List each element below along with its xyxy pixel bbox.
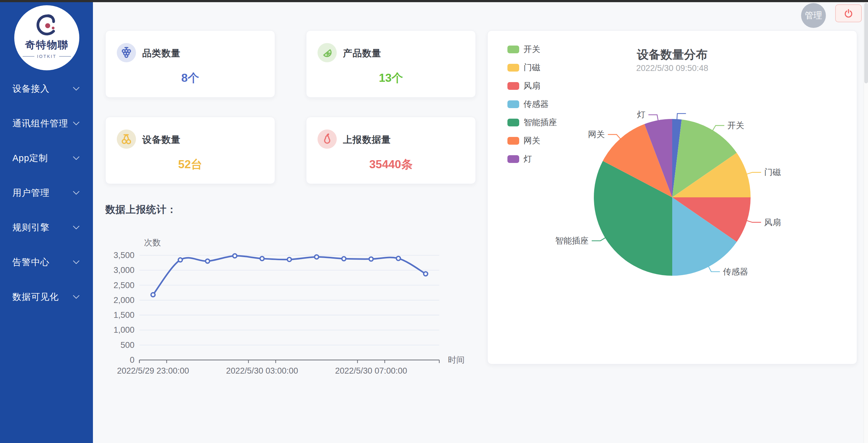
svg-text:灯: 灯	[637, 110, 645, 119]
sidebar-item-3[interactable]: 用户管理	[0, 176, 93, 210]
svg-text:时间: 时间	[448, 355, 465, 365]
sidebar-item-4[interactable]: 规则引擎	[0, 210, 93, 245]
chevron-down-icon	[72, 295, 80, 299]
sidebar-item-1[interactable]: 通讯组件管理	[0, 106, 93, 141]
stat-card-label: 设备数量	[142, 133, 181, 146]
user-avatar[interactable]: 管理	[801, 3, 826, 28]
legend-swatch	[507, 82, 519, 90]
pear-icon	[317, 129, 337, 149]
svg-text:智能插座: 智能插座	[555, 236, 589, 245]
legend-swatch	[507, 137, 519, 145]
legend-item-风扇[interactable]: 风扇	[507, 80, 557, 91]
legend-label: 门磁	[524, 62, 540, 73]
legend-swatch	[507, 119, 519, 126]
sidebar-menu: 设备接入 通讯组件管理 App定制 用户管理 规则引擎 告警中心	[0, 71, 93, 314]
chevron-down-icon	[72, 191, 80, 195]
stat-card-label: 品类数量	[142, 47, 181, 60]
sidebar-item-label: 通讯组件管理	[12, 118, 72, 130]
svg-text:0: 0	[130, 355, 134, 365]
stat-card-label: 产品数量	[343, 47, 381, 60]
power-icon	[843, 8, 854, 19]
legend-label: 传感器	[524, 98, 549, 110]
stat-card-value: 52台	[105, 157, 275, 172]
sidebar-item-6[interactable]: 数据可见化	[0, 280, 93, 314]
svg-text:3,500: 3,500	[113, 251, 134, 260]
sidebar-item-2[interactable]: App定制	[0, 141, 93, 176]
svg-text:门磁: 门磁	[764, 167, 781, 177]
legend-item-传感器[interactable]: 传感器	[507, 98, 557, 110]
legend-label: 开关	[524, 44, 540, 55]
svg-text:1,000: 1,000	[113, 325, 134, 335]
device-distribution-card: 设备数量分布 2022/5/30 09:50:48 开关门磁风扇传感器智能插座网…	[487, 30, 857, 364]
legend-item-网关[interactable]: 网关	[507, 135, 557, 146]
stat-card: 品类数量 8个	[105, 30, 275, 98]
lemon-icon	[317, 43, 337, 62]
logo-title: 奇特物聯	[25, 38, 68, 52]
stat-card-value: 13个	[306, 70, 475, 86]
logo-rule-left	[23, 56, 34, 57]
logo-rule-right	[59, 56, 71, 57]
iotkit-logo-icon	[33, 12, 61, 39]
svg-text:2022/5/30 03:00:00: 2022/5/30 03:00:00	[226, 366, 298, 376]
legend-swatch	[507, 100, 519, 108]
chevron-down-icon	[72, 156, 80, 161]
pie-legend: 开关 门磁 风扇 传感器 智能插座 网关 灯	[507, 44, 557, 164]
sidebar-item-5[interactable]: 告警中心	[0, 245, 93, 280]
stat-card: 设备数量 52台	[105, 117, 275, 184]
report-line-chart: 05001,0001,5002,0002,5003,0003,5002022/5…	[105, 229, 477, 381]
logout-button[interactable]	[835, 4, 862, 22]
logo-subtitle-row: IOTKIT	[23, 54, 71, 59]
scrollbar-thumb[interactable]	[864, 3, 868, 83]
svg-text:500: 500	[121, 341, 134, 350]
page-scrollbar[interactable]	[864, 2, 868, 443]
chevron-down-icon	[72, 87, 80, 91]
sidebar-item-label: 数据可见化	[12, 291, 72, 303]
sidebar-item-label: App定制	[12, 152, 72, 164]
legend-item-灯[interactable]: 灯	[507, 153, 557, 164]
sidebar-item-label: 用户管理	[12, 187, 72, 199]
legend-item-开关[interactable]: 开关	[507, 44, 557, 55]
sidebar-item-0[interactable]: 设备接入	[0, 71, 93, 106]
line-section-title: 数据上报统计：	[105, 203, 177, 217]
svg-text:3,000: 3,000	[113, 265, 134, 275]
svg-text:风扇: 风扇	[764, 218, 781, 227]
sidebar-item-label: 告警中心	[12, 256, 72, 268]
legend-item-智能插座[interactable]: 智能插座	[507, 117, 557, 128]
svg-text:1,500: 1,500	[113, 310, 134, 320]
legend-item-门磁[interactable]: 门磁	[507, 62, 557, 73]
app-logo: 奇特物聯 IOTKIT	[14, 5, 79, 70]
svg-text:2022/5/30 07:00:00: 2022/5/30 07:00:00	[335, 366, 407, 376]
stat-card-label: 上报数据量	[343, 133, 391, 146]
svg-text:开关: 开关	[727, 121, 744, 130]
svg-text:2022/5/29 23:00:00: 2022/5/29 23:00:00	[117, 366, 189, 376]
sidebar-item-label: 设备接入	[12, 83, 72, 95]
dashboard-page: 奇特物聯 IOTKIT 设备接入 通讯组件管理 App定制 用户管理	[0, 0, 868, 443]
svg-text:网关: 网关	[588, 130, 605, 139]
svg-text:2,000: 2,000	[113, 295, 134, 305]
legend-label: 网关	[524, 135, 540, 146]
stat-card: 上报数据量 35440条	[306, 117, 476, 184]
legend-label: 风扇	[524, 80, 540, 91]
grapes-icon	[117, 43, 136, 62]
stat-card-value: 35440条	[306, 157, 475, 172]
legend-label: 灯	[524, 153, 532, 164]
sidebar: 奇特物聯 IOTKIT 设备接入 通讯组件管理 App定制 用户管理	[0, 2, 93, 443]
svg-text:传感器: 传感器	[723, 267, 748, 276]
svg-text:2,500: 2,500	[113, 281, 134, 290]
legend-label: 智能插座	[524, 117, 557, 128]
legend-swatch	[507, 45, 519, 53]
sidebar-item-label: 规则引擎	[12, 222, 72, 234]
legend-swatch	[507, 64, 519, 71]
stat-card-value: 8个	[105, 70, 275, 86]
chevron-down-icon	[72, 121, 80, 126]
chevron-down-icon	[72, 225, 80, 230]
stat-card: 产品数量 13个	[306, 30, 476, 98]
logo-subtitle: IOTKIT	[37, 54, 56, 59]
legend-swatch	[507, 155, 519, 163]
cherry-icon	[117, 129, 136, 149]
svg-text:次数: 次数	[144, 238, 161, 247]
window-top-strip	[0, 0, 868, 2]
chevron-down-icon	[72, 260, 80, 265]
